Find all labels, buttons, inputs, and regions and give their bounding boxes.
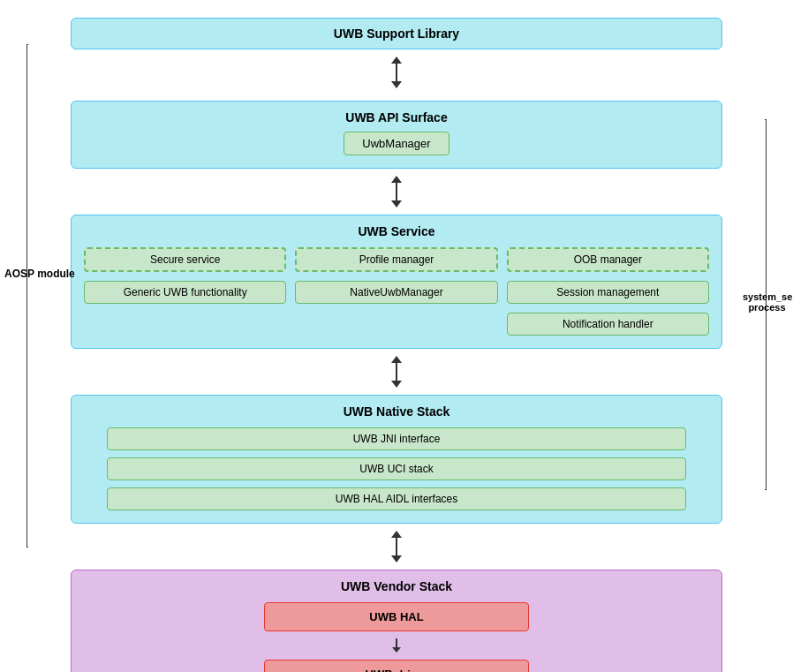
uwb-vendor-title: UWB Vendor Stack — [142, 579, 651, 593]
uwb-hal-aidl-box: UWB HAL AIDL interfaces — [107, 487, 686, 510]
support-library-label: UWB Support Library — [334, 26, 459, 41]
right-label: system_server process — [743, 291, 791, 313]
arrow-1 — [18, 57, 775, 88]
session-management-box: Session management — [507, 281, 709, 304]
arrow-head-up-2 — [391, 176, 402, 183]
uwb-service-block: UWB Service Secure service Profile manag… — [71, 215, 722, 349]
oob-manager-box: OOB manager — [507, 247, 709, 272]
left-bracket — [26, 44, 28, 547]
native-uwb-manager-box: NativeUwbManager — [295, 281, 497, 304]
api-surface-block: UWB API Surface UwbManager — [71, 101, 722, 169]
uwb-native-title: UWB Native Stack — [107, 404, 686, 419]
api-surface-title: UWB API Surface — [89, 110, 704, 125]
arrow-head-up-1 — [391, 57, 402, 64]
arrow-head-down-3 — [391, 381, 402, 388]
uwb-hal-box: UWB HAL — [264, 602, 529, 631]
uwb-jni-box: UWB JNI interface — [107, 427, 686, 450]
left-label: AOSP module — [4, 268, 75, 280]
uwb-driver-box: UWB driver — [264, 660, 529, 672]
generic-uwb-box: Generic UWB functionality — [84, 281, 286, 304]
arrow-3 — [18, 356, 775, 388]
uwb-native-block: UWB Native Stack UWB JNI interface UWB U… — [71, 395, 722, 524]
service-grid: Secure service Profile manager OOB manag… — [84, 247, 709, 336]
arrow-head-down-1 — [391, 81, 402, 88]
profile-manager-box: Profile manager — [295, 247, 497, 272]
secure-service-box: Secure service — [84, 247, 286, 272]
arrow-head-up-3 — [391, 356, 402, 363]
support-library-block: UWB Support Library — [71, 18, 722, 49]
vendor-stack: UWB HAL UWB driver UWB device — [142, 602, 651, 672]
arrow-head-down-4 — [391, 555, 402, 563]
arrow-head-down-2 — [391, 200, 402, 208]
uwb-uci-box: UWB UCI stack — [107, 457, 686, 480]
vendor-arrow-1 — [392, 638, 401, 653]
uwb-manager-box: UwbManager — [344, 132, 449, 155]
arrow-head-up-4 — [391, 531, 402, 538]
uwb-vendor-block: UWB Vendor Stack UWB HAL UWB driver UWB … — [71, 570, 722, 672]
native-stack: UWB JNI interface UWB UCI stack UWB HAL … — [107, 427, 686, 510]
notification-handler-box: Notification handler — [507, 313, 709, 336]
arrow-4 — [18, 531, 775, 563]
uwb-service-title: UWB Service — [84, 224, 709, 238]
arrow-2 — [18, 176, 775, 208]
main-container: AOSP module system_server process UWB Su… — [0, 0, 793, 672]
